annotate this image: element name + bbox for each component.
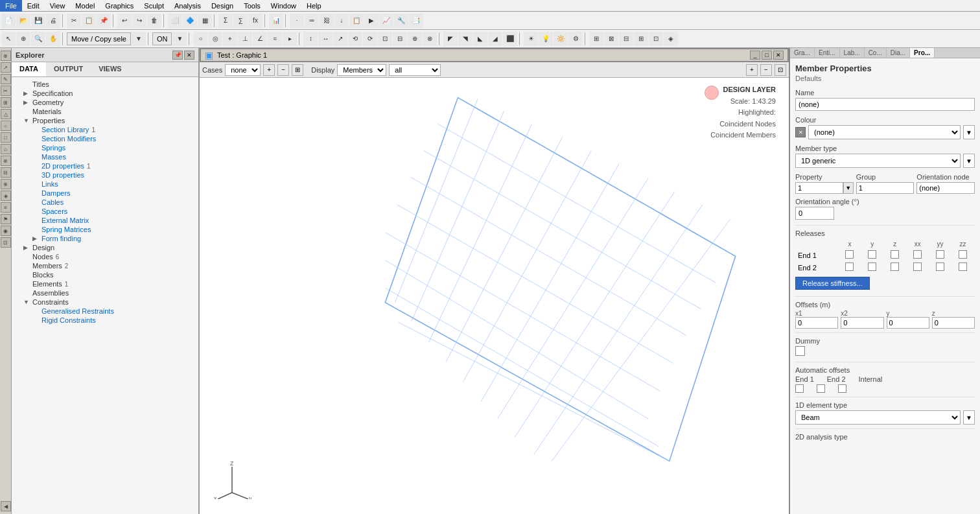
tab-data[interactable]: DATA <box>12 62 46 76</box>
view3-btn[interactable]: ↗ <box>333 32 347 46</box>
left-icon-15[interactable]: ⚑ <box>1 214 11 224</box>
auto-internal-cb[interactable] <box>838 384 846 393</box>
on-btn[interactable]: ON <box>152 32 172 45</box>
menu-graphics[interactable]: Graphics <box>100 0 139 12</box>
explorer-pin-btn[interactable]: 📌 <box>172 51 183 60</box>
left-icon-11[interactable]: ⊟ <box>1 167 11 178</box>
results-btn[interactable]: 📈 <box>379 14 393 28</box>
misc6-btn[interactable]: ◈ <box>664 32 678 46</box>
tree-item-2d-properties[interactable]: 2D properties 1 <box>12 161 198 170</box>
left-icon-12[interactable]: ⊕ <box>1 179 11 189</box>
left-icon-4[interactable]: ✂ <box>1 86 11 96</box>
cases-minus-btn[interactable]: − <box>277 64 289 76</box>
view1-btn[interactable]: ↕ <box>303 32 318 46</box>
end2-xx-cb[interactable] <box>913 263 922 271</box>
colour-swatch[interactable]: ✕ <box>795 127 806 137</box>
left-icon-6[interactable]: △ <box>1 109 11 119</box>
cut-btn[interactable]: ✂ <box>67 14 81 28</box>
display-minus-btn[interactable]: − <box>760 64 772 76</box>
snap2-btn[interactable]: ◎ <box>208 32 222 46</box>
rp-tab-dia[interactable]: Dia... <box>887 48 910 58</box>
end1-xx-cb[interactable] <box>913 250 922 259</box>
tree-item-spacers[interactable]: Spacers <box>12 207 198 216</box>
end1-y-cb[interactable] <box>868 250 876 259</box>
tree-item-external-matrix[interactable]: External Matrix <box>12 216 198 225</box>
cases-plus-btn[interactable]: + <box>263 64 275 76</box>
rp-tab-lab[interactable]: Lab... <box>840 48 865 58</box>
redo-btn[interactable]: ↪ <box>132 14 146 28</box>
misc3-btn[interactable]: ⊟ <box>619 32 633 46</box>
rp-colour-dropdown-btn[interactable]: ▼ <box>963 125 975 139</box>
tree-item-geometry[interactable]: ▶ Geometry <box>12 98 198 107</box>
3d5-btn[interactable]: ⬛ <box>503 32 517 46</box>
tree-item-titles[interactable]: Titles <box>12 80 198 89</box>
light1-btn[interactable]: ☀ <box>524 32 538 46</box>
light4-btn[interactable]: ⚙ <box>568 32 583 46</box>
view5-btn[interactable]: ⟳ <box>363 32 377 46</box>
release-stiffness-btn[interactable]: Release stiffness... <box>795 277 870 290</box>
snap1-btn[interactable]: ○ <box>193 32 207 46</box>
rp-tab-pro[interactable]: Pro... <box>910 48 935 58</box>
offset-y-input[interactable] <box>887 317 929 329</box>
misc2-btn[interactable]: ⊠ <box>604 32 618 46</box>
menu-file[interactable]: File <box>0 0 22 12</box>
tree-item-materials[interactable]: Materials <box>12 107 198 116</box>
props-btn[interactable]: 📋 <box>349 14 364 28</box>
move-btn-arrow[interactable]: ▼ <box>132 32 146 46</box>
tree-item-masses[interactable]: Masses <box>12 152 198 161</box>
property-dropdown-btn[interactable]: ▼ <box>843 182 854 194</box>
end2-yy-cb[interactable] <box>936 263 944 271</box>
view9-btn[interactable]: ⊗ <box>423 32 437 46</box>
paste-btn[interactable]: 📌 <box>97 14 111 28</box>
end2-z-cb[interactable] <box>891 263 899 271</box>
tree-item-nodes[interactable]: Nodes 6 <box>12 252 198 261</box>
fx-btn[interactable]: fx <box>248 14 262 28</box>
tree-item-cables[interactable]: Cables <box>12 198 198 207</box>
tree-item-design[interactable]: ▶ Design <box>12 243 198 252</box>
snap5-btn[interactable]: ∠ <box>253 32 267 46</box>
left-icon-1[interactable]: ⊕ <box>1 51 11 61</box>
tree-item-springs[interactable]: Springs <box>12 143 198 152</box>
cases-select[interactable]: none <box>225 64 261 76</box>
rp-colour-select[interactable]: (none) <box>808 125 961 139</box>
viewport-close-btn[interactable]: ✕ <box>773 51 784 60</box>
light3-btn[interactable]: 🔆 <box>554 32 568 46</box>
viewport-maximize-btn[interactable]: □ <box>762 51 772 60</box>
tree-item-form-finding[interactable]: ▶ Form finding <box>12 234 198 243</box>
run-btn[interactable]: ▶ <box>364 14 379 28</box>
end1-zz-cb[interactable] <box>959 250 967 259</box>
canvas[interactable]: DESIGN LAYER Scale: 1:43.29 Highlighted:… <box>200 78 789 514</box>
tree-item-constraints[interactable]: ▼ Constraints <box>12 298 198 307</box>
cursor-btn[interactable]: ↖ <box>1 32 16 46</box>
tree-item-specification[interactable]: ▶ Specification <box>12 89 198 98</box>
cases-chart-btn[interactable]: ⊞ <box>292 64 303 76</box>
tree-item-elements[interactable]: Elements 1 <box>12 279 198 288</box>
left-icon-5[interactable]: ⊞ <box>1 97 11 108</box>
menu-window[interactable]: Window <box>266 0 301 12</box>
menu-model[interactable]: Model <box>70 0 100 12</box>
open-btn[interactable]: 📂 <box>16 14 30 28</box>
new-btn[interactable]: 📄 <box>1 14 16 28</box>
offset-z-input[interactable] <box>932 317 975 329</box>
rp-element-type-dropdown-btn[interactable]: ▼ <box>963 410 975 425</box>
misc5-btn[interactable]: ⊡ <box>649 32 663 46</box>
menu-analysis[interactable]: Analysis <box>169 0 206 12</box>
snap7-btn[interactable]: ▸ <box>283 32 297 46</box>
3d1-btn[interactable]: ◤ <box>443 32 458 46</box>
print-btn[interactable]: 🖨 <box>46 14 60 28</box>
rp-member-type-select[interactable]: 1D generic <box>795 154 961 168</box>
misc1-btn[interactable]: ⊞ <box>589 32 603 46</box>
beam-btn[interactable]: ═ <box>305 14 319 28</box>
dummy-checkbox[interactable] <box>795 346 805 356</box>
select-btn[interactable]: ⊕ <box>16 32 30 46</box>
spec-btn[interactable]: 📑 <box>409 14 423 28</box>
tree-item-dampers[interactable]: Dampers <box>12 189 198 198</box>
tree-item-assemblies[interactable]: Assemblies <box>12 288 198 298</box>
left-icon-10[interactable]: ⊗ <box>1 156 11 166</box>
rp-name-input[interactable] <box>795 98 975 111</box>
left-icon-2[interactable]: ↗ <box>1 62 11 73</box>
tree-item-section-library[interactable]: Section Library 1 <box>12 125 198 134</box>
left-icon-17[interactable]: ⊡ <box>1 237 11 248</box>
menu-help[interactable]: Help <box>301 0 327 12</box>
light2-btn[interactable]: 💡 <box>539 32 553 46</box>
